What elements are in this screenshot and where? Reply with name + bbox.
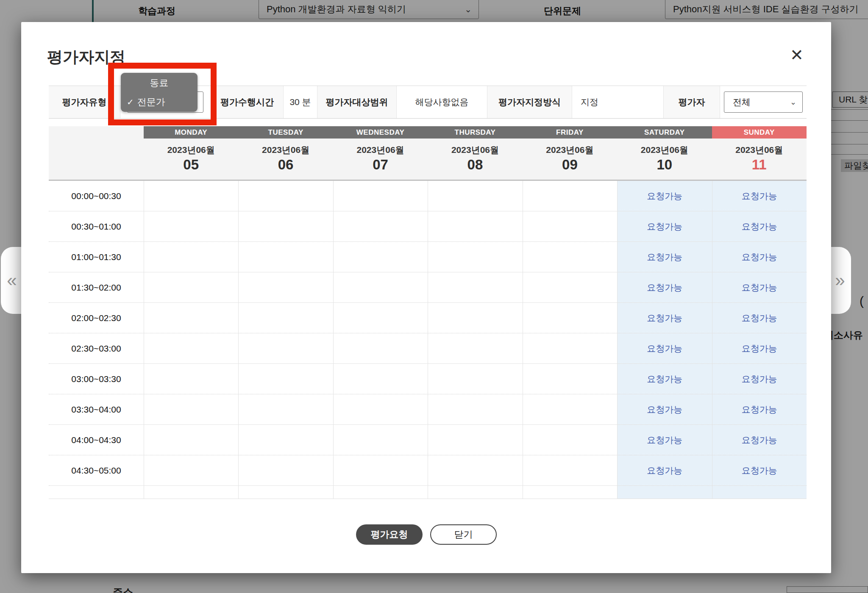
request-available-cell[interactable]: 요청가능 (712, 242, 807, 272)
day-header-friday: FRIDAY2023년06월09 (523, 126, 617, 180)
schedule-cell (333, 211, 428, 241)
request-available-cell[interactable]: 요청가능 (617, 394, 712, 424)
schedule-cell (523, 425, 617, 455)
schedule-cell (333, 394, 428, 424)
request-available-label: 요청가능 (647, 282, 682, 294)
schedule-cell (144, 272, 238, 302)
request-available-cell[interactable]: 요청가능 (617, 181, 712, 211)
request-available-cell[interactable]: 요청가능 (712, 272, 807, 302)
dropdown-option-expert[interactable]: ✓ 전문가 (121, 92, 198, 111)
request-available-cell[interactable]: 요청가능 (712, 394, 807, 424)
evaluator-cell: 전체 ⌄ (720, 86, 807, 118)
schedule-cell (144, 333, 238, 363)
schedule-cell (238, 486, 333, 499)
schedule-cell (428, 455, 522, 485)
request-available-label: 요청가능 (742, 404, 777, 416)
day-name: SATURDAY (617, 126, 712, 139)
request-available-cell[interactable]: 요청가능 (617, 272, 712, 302)
schedule-cell (428, 242, 522, 272)
day-name: FRIDAY (523, 126, 617, 139)
request-available-label: 요청가능 (742, 221, 777, 233)
request-available-cell[interactable]: 요청가능 (617, 211, 712, 241)
evaluator-select[interactable]: 전체 ⌄ (724, 91, 803, 113)
day-number: 07 (333, 157, 428, 173)
request-available-label: 요청가능 (647, 404, 682, 416)
request-available-label: 요청가능 (647, 434, 682, 446)
check-icon: ✓ (127, 97, 134, 107)
schedule-cell (333, 303, 428, 333)
schedule-cell (523, 394, 617, 424)
schedule-cell (428, 486, 522, 499)
day-number: 05 (144, 157, 238, 173)
schedule-cell (428, 333, 522, 363)
day-name: WEDNESDAY (333, 126, 428, 139)
request-available-cell[interactable] (712, 486, 807, 499)
schedule-cell (523, 486, 617, 499)
request-available-label: 요청가능 (647, 221, 682, 233)
schedule-cell (144, 364, 238, 394)
modal-title: 평가자지정 (47, 47, 125, 68)
request-available-cell[interactable]: 요청가능 (712, 181, 807, 211)
schedule-cell (238, 181, 333, 211)
request-available-cell[interactable]: 요청가능 (617, 455, 712, 485)
request-available-cell[interactable]: 요청가능 (617, 242, 712, 272)
time-slot-label: 04:00~04:30 (49, 425, 144, 455)
request-available-cell[interactable]: 요청가능 (712, 364, 807, 394)
day-name: MONDAY (144, 126, 238, 139)
request-available-label: 요청가능 (647, 251, 682, 263)
schedule-cell (144, 242, 238, 272)
request-available-cell[interactable]: 요청가능 (712, 455, 807, 485)
schedule-cell (333, 242, 428, 272)
calendar-row: 02:30~03:00요청가능요청가능 (49, 333, 807, 364)
method-label: 평가자지정방식 (487, 86, 572, 118)
calendar-row: 00:00~00:30요청가능요청가능 (49, 181, 807, 211)
calendar-row: 01:30~02:00요청가능요청가능 (49, 272, 807, 303)
day-number: 08 (428, 157, 522, 173)
prev-page-tab[interactable]: « (1, 247, 23, 314)
day-name: SUNDAY (712, 126, 807, 139)
schedule-cell (333, 333, 428, 363)
request-available-cell[interactable] (617, 486, 712, 499)
request-available-cell[interactable]: 요청가능 (712, 425, 807, 455)
time-slot-label (49, 486, 144, 499)
time-slot-label: 01:30~02:00 (49, 272, 144, 302)
time-slot-label: 00:00~00:30 (49, 181, 144, 211)
schedule-cell (238, 364, 333, 394)
close-icon[interactable]: ✕ (786, 44, 808, 66)
request-available-label: 요청가능 (742, 465, 777, 477)
dropdown-option-peer[interactable]: 동료 (121, 73, 198, 92)
request-available-cell[interactable]: 요청가능 (712, 211, 807, 241)
calendar-row: 03:30~04:00요청가능요청가능 (49, 394, 807, 425)
time-column-spacer (49, 126, 144, 180)
next-page-tab[interactable]: » (829, 247, 851, 314)
schedule-cell (144, 394, 238, 424)
request-available-label: 요청가능 (742, 282, 777, 294)
calendar-row: 04:00~04:30요청가능요청가능 (49, 425, 807, 455)
close-button[interactable]: 닫기 (430, 524, 497, 545)
schedule-cell (144, 303, 238, 333)
schedule-cell (333, 181, 428, 211)
calendar-row: 01:00~01:30요청가능요청가능 (49, 242, 807, 272)
evaluator-select-value: 전체 (733, 96, 751, 108)
request-available-cell[interactable]: 요청가능 (617, 333, 712, 363)
schedule-cell (428, 394, 522, 424)
calendar-row: 04:30~05:00요청가능요청가능 (49, 455, 807, 486)
dropdown-option-label: 동료 (150, 77, 169, 89)
request-available-label: 요청가능 (647, 373, 682, 385)
request-evaluation-button[interactable]: 평가요청 (356, 524, 423, 545)
calendar-row: 02:00~02:30요청가능요청가능 (49, 303, 807, 333)
evaluator-type-dropdown: 동료 ✓ 전문가 (121, 73, 198, 112)
request-available-cell[interactable]: 요청가능 (617, 425, 712, 455)
request-available-cell[interactable]: 요청가능 (712, 303, 807, 333)
schedule-calendar: MONDAY2023년06월05TUESDAY2023년06월06WEDNESD… (49, 126, 807, 499)
request-available-cell[interactable]: 요청가능 (617, 364, 712, 394)
request-available-cell[interactable]: 요청가능 (617, 303, 712, 333)
day-name: TUESDAY (238, 126, 333, 139)
day-month: 2023년06월 (144, 144, 238, 156)
request-available-cell[interactable]: 요청가능 (712, 333, 807, 363)
scope-value: 해당사항없음 (396, 86, 487, 118)
day-month: 2023년06월 (712, 144, 807, 156)
schedule-cell (333, 364, 428, 394)
schedule-cell (144, 486, 238, 499)
schedule-cell (428, 303, 522, 333)
